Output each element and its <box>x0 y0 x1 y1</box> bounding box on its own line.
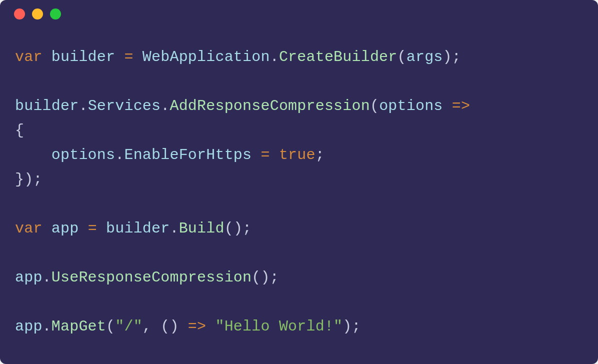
ident-app: app <box>52 220 79 237</box>
string-path: "/" <box>115 318 142 335</box>
minimize-button[interactable] <box>32 8 43 20</box>
ident-args: args <box>406 48 443 66</box>
code-window: var builder = WebApplication.CreateBuild… <box>0 0 598 364</box>
method-mapget: MapGet <box>52 318 106 335</box>
ident-builder: builder <box>15 98 78 114</box>
ident-options: options <box>52 146 115 164</box>
ident-options: options <box>379 98 442 114</box>
close-button[interactable] <box>14 8 25 20</box>
method-addresponsecompression: AddResponseCompression <box>170 98 370 114</box>
ident-builder: builder <box>106 220 170 237</box>
code-line-6: }); <box>15 171 42 188</box>
method-createbuilder: CreateBuilder <box>279 48 398 66</box>
method-build: Build <box>179 220 224 237</box>
op-eq: = <box>124 48 133 66</box>
keyword-var: var <box>15 220 42 237</box>
ident-webapplication: WebApplication <box>142 48 270 66</box>
ident-builder: builder <box>52 48 115 66</box>
ident-app: app <box>15 318 42 335</box>
ident-services: Services <box>88 98 161 114</box>
code-line-10: app.UseResponseCompression(); <box>15 269 279 286</box>
code-line-12: app.MapGet("/", () => "Hello World!"); <box>15 318 361 335</box>
op-arrow: => <box>452 98 470 114</box>
code-line-4: { <box>15 122 24 139</box>
string-hello: "Hello World!" <box>215 318 342 335</box>
keyword-true: true <box>279 146 316 164</box>
keyword-var: var <box>15 48 42 66</box>
code-line-3: builder.Services.AddResponseCompression(… <box>15 98 470 114</box>
titlebar <box>0 0 598 28</box>
method-useresponsecompression: UseResponseCompression <box>52 269 252 286</box>
code-line-1: var builder = WebApplication.CreateBuild… <box>15 48 461 66</box>
code-line-8: var app = builder.Build(); <box>15 220 252 237</box>
code-area: var builder = WebApplication.CreateBuild… <box>15 45 583 354</box>
ident-app: app <box>15 269 42 286</box>
code-line-5: options.EnableForHttps = true; <box>15 146 324 164</box>
zoom-button[interactable] <box>50 8 61 20</box>
ident-enableforhttps: EnableForHttps <box>124 146 252 164</box>
op-arrow: => <box>188 318 206 335</box>
